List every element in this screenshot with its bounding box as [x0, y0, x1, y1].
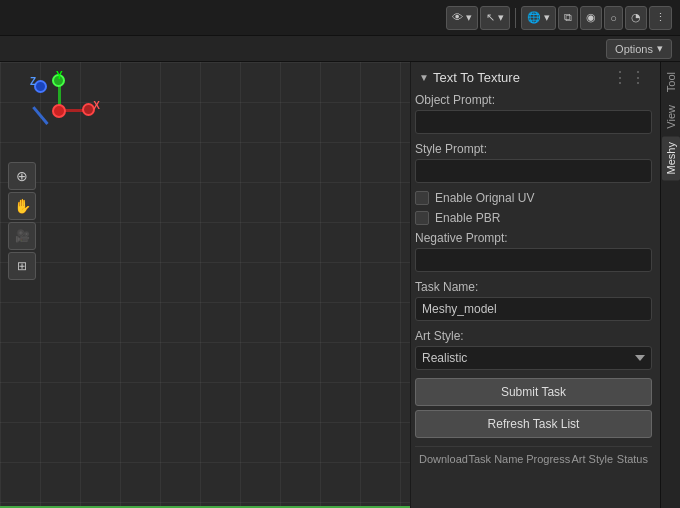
- negative-prompt-group: Negative Prompt:: [415, 231, 652, 272]
- object-prompt-input[interactable]: [415, 110, 652, 134]
- task-name-input[interactable]: [415, 297, 652, 321]
- object-prompt-label: Object Prompt:: [415, 93, 652, 107]
- copy-btn[interactable]: ⧉: [558, 6, 578, 30]
- art-style-select[interactable]: Realistic Cartoon Anime Abstract: [415, 346, 652, 370]
- viewport[interactable]: Z Y X ⊕ ✋ 🎥: [0, 62, 410, 508]
- meshy-panel: ▼ Text To Texture ⋮⋮ Object Prompt: Styl…: [410, 62, 680, 508]
- circle-btn[interactable]: ○: [604, 6, 623, 30]
- dots-btn[interactable]: ⋮: [649, 6, 672, 30]
- add-icon: ⊕: [16, 168, 28, 184]
- col-artstyle-header: Art Style: [571, 453, 616, 465]
- tab-view[interactable]: View: [662, 99, 680, 135]
- grid-icon: ⊞: [17, 259, 27, 273]
- grid-tool-btn[interactable]: ⊞: [8, 252, 36, 280]
- enable-original-uv-label: Enable Orignal UV: [435, 191, 534, 205]
- options-button[interactable]: Options ▾: [606, 39, 672, 59]
- negative-prompt-label: Negative Prompt:: [415, 231, 652, 245]
- panel-content: ▼ Text To Texture ⋮⋮ Object Prompt: Styl…: [411, 62, 660, 508]
- object-prompt-group: Object Prompt:: [415, 93, 652, 134]
- col-taskname-header: Task Name: [468, 453, 526, 465]
- camera-icon: 🎥: [15, 229, 30, 243]
- x-axis-label: X: [93, 100, 100, 111]
- axis-widget: Z Y X: [20, 70, 100, 150]
- enable-pbr-checkbox[interactable]: [415, 211, 429, 225]
- options-label: Options: [615, 43, 653, 55]
- vertical-tabs: Tool View Meshy: [660, 62, 680, 508]
- section-options-dots[interactable]: ⋮⋮: [612, 68, 648, 87]
- art-style-group: Art Style: Realistic Cartoon Anime Abstr…: [415, 329, 652, 370]
- sphere-btn[interactable]: ◉: [580, 6, 602, 30]
- globe-dropdown-btn[interactable]: 🌐 ▾: [521, 6, 556, 30]
- toolbar-sep-1: [515, 8, 516, 28]
- eye-dropdown-btn[interactable]: 👁 ▾: [446, 6, 478, 30]
- task-name-label: Task Name:: [415, 280, 652, 294]
- col-progress-header: Progress: [526, 453, 571, 465]
- col-download-header: Download: [419, 453, 468, 465]
- options-chevron-icon: ▾: [657, 42, 663, 55]
- grab-tool-btn[interactable]: ✋: [8, 192, 36, 220]
- toolbar-icons: 👁 ▾ ↖ ▾ 🌐 ▾ ⧉ ◉ ○ ◔ ⋮: [446, 6, 672, 30]
- section-title: Text To Texture: [433, 70, 608, 85]
- table-header: Download Task Name Progress Art Style St…: [415, 446, 652, 469]
- style-prompt-group: Style Prompt:: [415, 142, 652, 183]
- center-dot: [52, 104, 66, 118]
- enable-original-uv-row: Enable Orignal UV: [415, 191, 652, 205]
- section-collapse-arrow: ▼: [419, 72, 429, 83]
- section-header[interactable]: ▼ Text To Texture ⋮⋮: [415, 62, 652, 93]
- submit-task-button[interactable]: Submit Task: [415, 378, 652, 406]
- main-area: Z Y X ⊕ ✋ 🎥: [0, 62, 680, 508]
- y-axis-label: Y: [56, 70, 63, 81]
- style-prompt-input[interactable]: [415, 159, 652, 183]
- left-tools: ⊕ ✋ 🎥 ⊞: [8, 162, 36, 280]
- options-bar: Options ▾: [0, 36, 680, 62]
- z-axis-line: [32, 106, 48, 125]
- task-name-group: Task Name:: [415, 280, 652, 321]
- tab-meshy[interactable]: Meshy: [662, 136, 680, 180]
- grab-icon: ✋: [14, 198, 31, 214]
- top-toolbar: 👁 ▾ ↖ ▾ 🌐 ▾ ⧉ ◉ ○ ◔ ⋮: [0, 0, 680, 36]
- add-tool-btn[interactable]: ⊕: [8, 162, 36, 190]
- enable-pbr-label: Enable PBR: [435, 211, 500, 225]
- refresh-task-list-button[interactable]: Refresh Task List: [415, 410, 652, 438]
- z-axis-label: Z: [30, 76, 36, 87]
- enable-pbr-row: Enable PBR: [415, 211, 652, 225]
- art-style-label: Art Style:: [415, 329, 652, 343]
- camera-tool-btn[interactable]: 🎥: [8, 222, 36, 250]
- tab-tool[interactable]: Tool: [662, 66, 680, 98]
- tab-view-label: View: [665, 105, 677, 129]
- tab-meshy-label: Meshy: [665, 142, 677, 174]
- cursor-dropdown-btn[interactable]: ↖ ▾: [480, 6, 510, 30]
- style-prompt-label: Style Prompt:: [415, 142, 652, 156]
- negative-prompt-input[interactable]: [415, 248, 652, 272]
- tab-tool-label: Tool: [665, 72, 677, 92]
- enable-original-uv-checkbox[interactable]: [415, 191, 429, 205]
- pie-btn[interactable]: ◔: [625, 6, 647, 30]
- col-status-header: Status: [617, 453, 648, 465]
